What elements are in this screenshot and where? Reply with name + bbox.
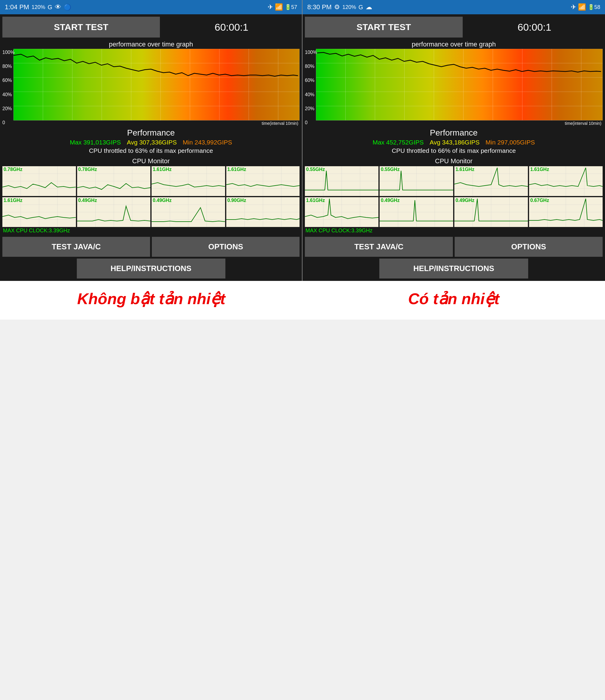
phones-container: 1:04 PM 120% G 👁 🔵 ✈ 📶 🔋57 START TEST 60… <box>0 0 605 281</box>
test-java-button-right[interactable]: TEST JAVA/C <box>305 237 453 257</box>
help-button-left[interactable]: HELP/INSTRUCTIONS <box>77 258 226 278</box>
cpu-cell-r6: 0.49GHz <box>454 197 528 227</box>
cpu-cell-r5: 0.49GHz <box>379 197 453 227</box>
label-with-cooling: Có tản nhiệt <box>302 290 605 308</box>
start-test-button-left[interactable]: START TEST <box>2 17 160 38</box>
max-cpu-clock-right: MAX CPU CLOCK:3.39GHz <box>306 228 603 234</box>
btn-row-1-right: TEST JAVA/C OPTIONS <box>305 237 603 257</box>
cpu-cell-r1: 0.55GHz <box>379 166 453 196</box>
left-phone: 1:04 PM 120% G 👁 🔵 ✈ 📶 🔋57 START TEST 60… <box>0 0 302 281</box>
graph-title-left: performance over time graph <box>2 41 299 48</box>
label-no-cooling: Không bật tản nhiệt <box>0 290 302 308</box>
perf-section-left: Performance Max 391,013GIPS Avg 307,336G… <box>2 128 299 155</box>
g-icon-left: G <box>48 4 52 11</box>
settings-icon-right: ⚙ <box>334 3 340 11</box>
perf-max-right: Max 452,752GIPS <box>372 139 424 146</box>
perf-avg-left: Avg 307,336GIPS <box>127 139 177 146</box>
perf-title-left: Performance <box>2 128 299 138</box>
btn-row-1-left: TEST JAVA/C OPTIONS <box>2 237 299 257</box>
status-bar-right: 8:30 PM ⚙ 120% G ☁ ✈ 📶 🔋58 <box>302 0 605 14</box>
perf-section-right: Performance Max 452,752GIPS Avg 343,186G… <box>305 128 603 155</box>
svg-rect-0 <box>14 49 299 120</box>
cpu-cell-5: 0.49GHz <box>77 197 151 227</box>
top-row-right: START TEST 60:00:1 <box>305 17 603 38</box>
perf-title-right: Performance <box>305 128 603 138</box>
perf-stats-left: Max 391,013GIPS Avg 307,336GIPS Min 243,… <box>2 139 299 146</box>
cpu-monitor-title-left: CPU Monitor <box>2 157 299 165</box>
cpu-cell-1: 0.78GHz <box>77 166 151 196</box>
status-bar-right-left-info: 8:30 PM ⚙ 120% G ☁ <box>307 3 372 11</box>
cpu-cell-r0: 0.55GHz <box>305 166 378 196</box>
svg-rect-74 <box>316 49 603 120</box>
wifi-icon-right: 📶 <box>578 3 586 11</box>
time-label-right: time(interval 10min) <box>565 121 601 126</box>
max-cpu-clock-left: MAX CPU CLOCK:3.39GHz <box>3 228 299 234</box>
timer-left: 60:00:1 <box>163 21 299 33</box>
airplane-icon-right: ✈ <box>571 3 576 11</box>
time-label-left: time(interval 10min) <box>262 121 298 126</box>
cpu-cell-r3: 1.61GHz <box>529 166 603 196</box>
cpu-cell-4: 1.61GHz <box>2 197 76 227</box>
g-icon-right: G <box>359 4 363 11</box>
cpu-cell-r7: 0.67GHz <box>529 197 603 227</box>
battery-percent-right: 120% <box>342 4 356 10</box>
cpu-monitor-right: CPU Monitor 0.55GHz <box>305 157 603 234</box>
perf-stats-right: Max 452,752GIPS Avg 343,186GIPS Min 297,… <box>305 139 603 146</box>
graph-title-right: performance over time graph <box>305 41 603 48</box>
btn-row-2-right: HELP/INSTRUCTIONS <box>305 258 603 278</box>
battery-left: 🔋57 <box>285 4 297 10</box>
status-bar-right-info-left: ✈ 📶 🔋57 <box>268 3 297 11</box>
help-button-right[interactable]: HELP/INSTRUCTIONS <box>379 258 528 278</box>
cloud-icon-right: ☁ <box>366 3 372 11</box>
cpu-cell-3: 1.61GHz <box>226 166 300 196</box>
battery-right: 🔋58 <box>588 4 600 10</box>
status-bar-left: 1:04 PM 120% G 👁 🔵 ✈ 📶 🔋57 <box>0 0 302 14</box>
timer-right: 60:00:1 <box>466 21 603 33</box>
graph-area-left: 100% 80% 60% 40% 20% 0 time(interval 10m… <box>2 49 299 126</box>
app-content-left: START TEST 60:00:1 performance over time… <box>0 14 302 281</box>
perf-throttle-right: CPU throttled to 66% of its max performa… <box>305 147 603 154</box>
graph-container-left: performance over time graph 100% 80% 60%… <box>2 41 299 126</box>
cpu-cell-r4: 1.61GHz <box>305 197 378 227</box>
options-button-right[interactable]: OPTIONS <box>455 237 603 257</box>
perf-max-left: Max 391,013GIPS <box>70 139 121 146</box>
time-left: 1:04 PM <box>5 3 29 11</box>
status-bar-left-info: 1:04 PM 120% G 👁 🔵 <box>5 3 71 11</box>
perf-throttle-left: CPU throttled to 63% of its max performa… <box>2 147 299 154</box>
test-java-button-left[interactable]: TEST JAVA/C <box>2 237 150 257</box>
bottom-buttons-left: TEST JAVA/C OPTIONS HELP/INSTRUCTIONS <box>2 237 299 278</box>
cpu-monitor-title-right: CPU Monitor <box>305 157 603 165</box>
bottom-buttons-right: TEST JAVA/C OPTIONS HELP/INSTRUCTIONS <box>305 237 603 278</box>
graph-container-right: performance over time graph 100% 80% 60%… <box>305 41 603 126</box>
perf-avg-right: Avg 343,186GIPS <box>430 139 480 146</box>
perf-min-right: Min 297,005GIPS <box>485 139 535 146</box>
cpu-cell-r2: 1.61GHz <box>454 166 528 196</box>
right-phone: 8:30 PM ⚙ 120% G ☁ ✈ 📶 🔋58 START TEST 60… <box>302 0 605 281</box>
btn-row-2-left: HELP/INSTRUCTIONS <box>2 258 299 278</box>
graph-area-right: 100% 80% 60% 40% 20% 0 time(interval 10m… <box>305 49 603 126</box>
time-right: 8:30 PM <box>307 3 332 11</box>
cpu-cell-0: 0.78GHz <box>2 166 76 196</box>
app-content-right: START TEST 60:00:1 performance over time… <box>302 14 605 281</box>
eye-icon-left: 👁 <box>55 3 61 11</box>
n-icon-left: 🔵 <box>64 4 71 11</box>
cpu-grid-left: 0.78GHz <box>2 166 299 227</box>
perf-min-left: Min 243,992GIPS <box>183 139 232 146</box>
top-row-left: START TEST 60:00:1 <box>2 17 299 38</box>
bottom-labels: Không bật tản nhiệt Có tản nhiệt <box>0 281 605 320</box>
cpu-cell-2: 1.61GHz <box>152 166 225 196</box>
cpu-cell-7: 0.90GHz <box>226 197 300 227</box>
cpu-monitor-left: CPU Monitor 0.78GHz <box>2 157 299 234</box>
cpu-grid-right: 0.55GHz 0.55GHz <box>305 166 603 227</box>
battery-percent-left: 120% <box>31 4 45 10</box>
graph-svg-right <box>305 49 603 126</box>
graph-svg-left <box>2 49 299 126</box>
wifi-icon-left: 📶 <box>275 3 283 11</box>
start-test-button-right[interactable]: START TEST <box>305 17 463 38</box>
cpu-cell-6: 0.49GHz <box>152 197 225 227</box>
status-bar-right-right-info: ✈ 📶 🔋58 <box>571 3 600 11</box>
airplane-icon-left: ✈ <box>268 3 273 11</box>
options-button-left[interactable]: OPTIONS <box>152 237 299 257</box>
